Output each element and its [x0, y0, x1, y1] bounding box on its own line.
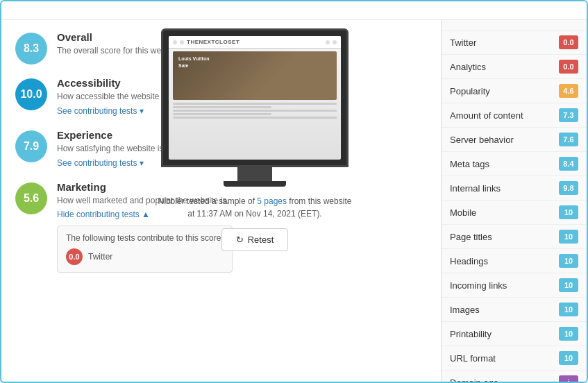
sidebar-item-internal-links[interactable]: Internal links 9.8 — [442, 176, 587, 201]
monitor-caption: Nibbler tested a sample of 5 pages from … — [154, 195, 355, 220]
sidebar-badge: i — [559, 375, 578, 382]
screen-body-content — [173, 103, 337, 119]
screen-content: Louis VuittonSale — [169, 49, 341, 160]
sidebar-badge: 10 — [559, 230, 578, 244]
screen-dot — [173, 40, 177, 44]
main-container: 8.3 Overall The overall score for this w… — [0, 0, 588, 383]
sidebar-badge: 10 — [559, 351, 578, 365]
screen-text-block — [173, 103, 337, 119]
main-content: 8.3 Overall The overall score for this w… — [1, 20, 441, 382]
monitor-screen-inner: THENEXTCLOSET Louis VuittonSale — [169, 36, 341, 160]
sidebar-badge: 7.6 — [559, 133, 578, 146]
sidebar-item-label: Meta tags — [450, 159, 559, 169]
sidebar-item-mobile[interactable]: Mobile 10 — [442, 201, 587, 225]
sidebar-item-url-format[interactable]: URL format 10 — [442, 346, 587, 371]
score-circle-accessibility: 10.0 — [15, 78, 47, 110]
sidebar-badge: 10 — [559, 327, 578, 341]
screen-line — [173, 103, 337, 105]
sidebar-item-label: URL format — [450, 353, 559, 364]
sidebar-item-label: Page titles — [450, 232, 559, 242]
sidebar-badge: 8.4 — [559, 157, 578, 171]
sidebar-item-domain-age[interactable]: Domain age i — [442, 371, 587, 382]
sidebar-item-incoming-links[interactable]: Incoming links 10 — [442, 273, 587, 298]
monitor: THENEXTCLOSET Louis VuittonSale — [161, 28, 348, 167]
score-link-accessibility[interactable]: See contributing tests ▾ — [57, 106, 144, 116]
sidebar-item-images[interactable]: Images 10 — [442, 298, 587, 322]
retest-label: Retest — [248, 235, 274, 245]
sidebar-badge: 10 — [559, 254, 578, 268]
screen-icon-dot2 — [333, 40, 337, 44]
sidebar-item-page-titles[interactable]: Page titles 10 — [442, 225, 587, 249]
sidebar-item-label: Server behavior — [450, 135, 559, 145]
screen-line-short2 — [173, 113, 271, 115]
contrib-label: Twitter — [88, 252, 112, 262]
score-circle-experience: 7.9 — [15, 130, 47, 162]
sidebar-badge: 9.8 — [559, 181, 578, 195]
sidebar-item-server-behavior[interactable]: Server behavior 7.6 — [442, 128, 587, 152]
sidebar-item-twitter[interactable]: Twitter 0.0 — [442, 31, 587, 55]
sidebar-item-label: Mobile — [450, 207, 559, 218]
sidebar-item-headings[interactable]: Headings 10 — [442, 249, 587, 273]
sidebar-badge: 7.3 — [559, 108, 578, 122]
screen-dot — [180, 40, 184, 44]
monitor-section: THENEXTCLOSET Louis VuittonSale — [154, 28, 355, 251]
monitor-screen: THENEXTCLOSET Louis VuittonSale — [169, 36, 341, 160]
sidebar-item-label: Images — [450, 305, 559, 315]
score-circle-overall: 8.3 — [15, 33, 47, 65]
retest-icon: ↻ — [236, 235, 244, 245]
sidebar-badge: 0.0 — [559, 35, 578, 49]
screen-hero-text: Louis VuittonSale — [178, 56, 209, 69]
sidebar-item-label: Headings — [450, 256, 559, 266]
sidebar-item-label: Analytics — [450, 62, 559, 72]
sidebar-item-label: Twitter — [450, 37, 559, 48]
body: 8.3 Overall The overall score for this w… — [1, 20, 587, 382]
sidebar: Twitter 0.0 Analytics 0.0 Popularity 4.6… — [441, 20, 587, 382]
sidebar-item-analytics[interactable]: Analytics 0.0 — [442, 55, 587, 79]
screen-line3 — [173, 117, 337, 119]
pages-link[interactable]: 5 pages — [257, 196, 287, 206]
header — [1, 1, 587, 20]
sidebar-overview[interactable] — [442, 20, 587, 31]
screen-hero: Louis VuittonSale — [173, 51, 337, 100]
sidebar-badge: 10 — [559, 303, 578, 316]
score-link-experience[interactable]: See contributing tests ▾ — [57, 158, 144, 168]
sidebar-item-printability[interactable]: Printability 10 — [442, 322, 587, 346]
screen-line-short — [173, 106, 271, 108]
monitor-stand — [237, 167, 272, 181]
sidebar-item-popularity[interactable]: Popularity 4.6 — [442, 79, 587, 103]
sidebar-items: Twitter 0.0 Analytics 0.0 Popularity 4.6… — [442, 31, 587, 382]
sidebar-badge: 0.0 — [559, 60, 578, 74]
sidebar-badge: 10 — [559, 278, 578, 292]
sidebar-badge: 10 — [559, 205, 578, 219]
sidebar-badge: 4.6 — [559, 84, 578, 98]
score-circle-marketing: 5.6 — [15, 182, 47, 214]
screen-top-bar: THENEXTCLOSET — [169, 36, 341, 49]
screen-brand: THENEXTCLOSET — [187, 39, 240, 45]
contrib-badge: 0.0 — [66, 248, 83, 265]
screen-icon-dot — [326, 40, 330, 44]
sidebar-item-label: Printability — [450, 329, 559, 339]
monitor-base — [224, 181, 286, 187]
sidebar-item-meta-tags[interactable]: Meta tags 8.4 — [442, 152, 587, 176]
sidebar-item-label: Incoming links — [450, 280, 559, 291]
sidebar-item-label: Amount of content — [450, 110, 559, 121]
sidebar-item-label: Popularity — [450, 86, 559, 96]
sidebar-item-label: Domain age — [450, 377, 559, 382]
sidebar-item-label: Internal links — [450, 183, 559, 194]
score-link-marketing[interactable]: Hide contributing tests ▲ — [57, 210, 150, 219]
retest-button[interactable]: ↻ Retest — [221, 228, 289, 251]
sidebar-item-amount-of-content[interactable]: Amount of content 7.3 — [442, 103, 587, 128]
screen-line2 — [173, 110, 337, 112]
